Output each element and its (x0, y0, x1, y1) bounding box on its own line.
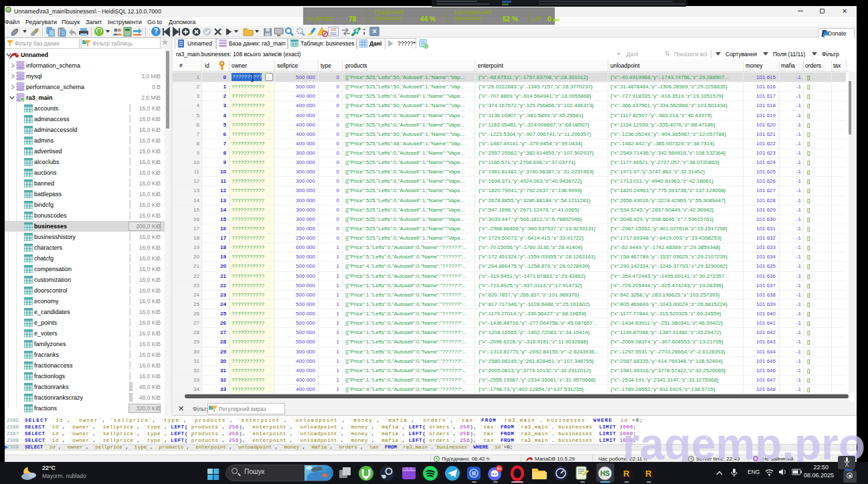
svg-text:9+: 9+ (497, 467, 502, 471)
svg-text:R: R (623, 469, 630, 479)
svg-text:HS: HS (600, 470, 610, 477)
svg-text:R: R (645, 469, 652, 479)
